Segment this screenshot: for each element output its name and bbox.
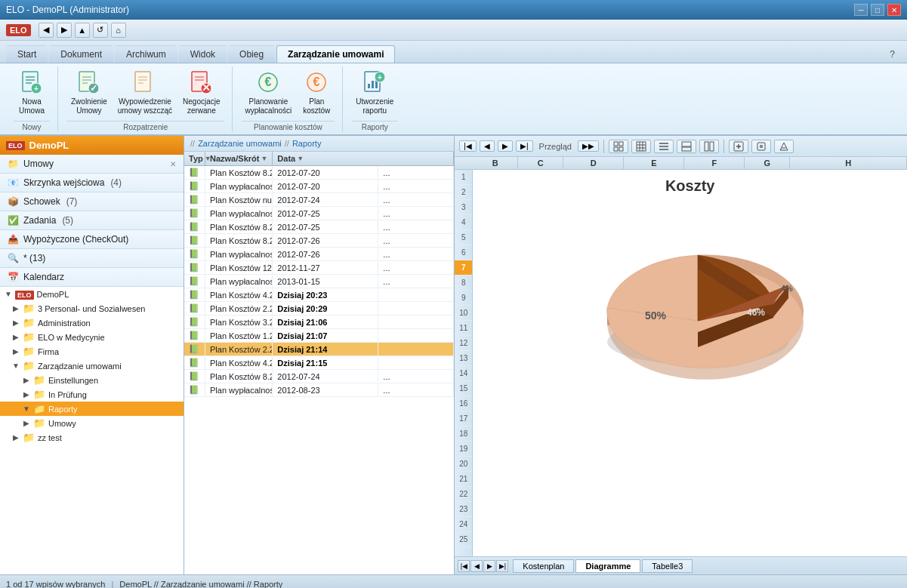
- row-11[interactable]: 11: [455, 321, 472, 336]
- row-5[interactable]: 5: [455, 230, 472, 245]
- row-16[interactable]: 16: [455, 396, 472, 411]
- row-23[interactable]: 23: [455, 502, 472, 517]
- view-btn1[interactable]: [609, 140, 628, 153]
- export-btn2[interactable]: [751, 140, 771, 153]
- table-row[interactable]: 📗 Plan Kosztów 4.2013 20130407... Dzisia…: [184, 288, 454, 302]
- col-D[interactable]: D: [563, 157, 624, 169]
- plan-kosztow-button[interactable]: € Plankosztów: [298, 66, 335, 118]
- wypowiedzenie-button[interactable]: Wypowiedzenieumowy wszcząć: [114, 66, 176, 118]
- tree-item-einstellungen[interactable]: ▶ 📁 Einstellungen: [0, 373, 184, 387]
- tree-item-in-prufung[interactable]: ▶ 📁 In Prüfung: [0, 387, 184, 402]
- col-data[interactable]: Data ▼: [273, 152, 454, 165]
- table-row[interactable]: 📗 Plan Kosztów 4.2013 20130407... Dzisia…: [184, 356, 454, 370]
- row-21[interactable]: 21: [455, 472, 472, 487]
- table-row[interactable]: 📗 Plan Kosztów 3.2013 20130407... Dzisia…: [184, 316, 454, 329]
- minimize-button[interactable]: ─: [854, 4, 868, 16]
- table-row[interactable]: 📗 Plan Kosztów 1.2013 20130407... Dzisia…: [184, 329, 454, 343]
- row-9[interactable]: 9: [455, 291, 472, 306]
- row-6[interactable]: 6: [455, 245, 472, 260]
- firma-expander[interactable]: ▶: [11, 347, 21, 356]
- col-B[interactable]: B: [473, 157, 518, 169]
- table-row[interactable]: 📗 Plan Kosztów 2.2013 20130407... Dzisia…: [184, 302, 454, 316]
- breadcrumb-raporty[interactable]: Raporty: [292, 139, 322, 148]
- zarzadzanie-expander[interactable]: ▼: [11, 362, 21, 370]
- tree-item-zarzadzanie[interactable]: ▼ 📁 Zarządzanie umowami: [0, 359, 184, 373]
- row-22[interactable]: 22: [455, 487, 472, 502]
- nav-next[interactable]: ▶: [498, 140, 513, 152]
- row-7[interactable]: 7: [455, 260, 472, 276]
- personal-expander[interactable]: ▶: [11, 304, 21, 312]
- tab-dokument[interactable]: Dokument: [49, 45, 113, 63]
- row-14[interactable]: 14: [455, 366, 472, 381]
- tab-zarzadzanie-umowami[interactable]: Zarządzanie umowami: [276, 45, 395, 63]
- forward-button[interactable]: ▶: [57, 23, 72, 38]
- tree-item-firma[interactable]: ▶ 📁 Firma: [0, 344, 184, 359]
- col-typ[interactable]: Typ ▼: [184, 152, 205, 165]
- col-E[interactable]: E: [624, 157, 684, 169]
- row-8[interactable]: 8: [455, 276, 472, 291]
- raporty-expander[interactable]: ▼: [21, 405, 32, 413]
- medycyna-expander[interactable]: ▶: [11, 333, 21, 341]
- tree-item-elo-medycyna[interactable]: ▶ 📁 ELO w Medycynie: [0, 330, 184, 344]
- table-row[interactable]: 📗 Plan Kosztów 8.2012 20120724... 2012-0…: [184, 370, 454, 383]
- table-row[interactable]: 📗 Plan wypłacalności 2012 20120... 2012-…: [184, 248, 454, 261]
- view-btn4[interactable]: [677, 140, 696, 153]
- tab-start[interactable]: Start: [6, 45, 48, 63]
- tab-obieg[interactable]: Obieg: [228, 45, 275, 63]
- refresh-button[interactable]: ↺: [93, 23, 108, 38]
- home-button[interactable]: ⌂: [111, 23, 126, 38]
- row-15[interactable]: 15: [455, 381, 472, 396]
- utworzenie-raportu-button[interactable]: + Utworzenieraportu: [352, 66, 397, 118]
- table-row[interactable]: 📗 Plan Kosztów 12.2012 20121112... 2012-…: [184, 261, 454, 275]
- col-G[interactable]: G: [745, 157, 790, 169]
- zwolnienie-umowy-button[interactable]: ✓ ZwolnienieUmowy: [67, 66, 111, 118]
- table-row[interactable]: 📗 Plan Kosztów null 20120724222... 2012-…: [184, 193, 454, 207]
- nav-last[interactable]: ▶|: [516, 140, 533, 152]
- tree-item-personal[interactable]: ▶ 📁 3 Personal- und Sozialwesen: [0, 301, 184, 316]
- tree-item-administration[interactable]: ▶ 📁 Administration: [0, 316, 184, 330]
- maximize-button[interactable]: □: [871, 4, 884, 16]
- tree-item-zztest[interactable]: ▶ 📁 zz test: [0, 430, 184, 445]
- sheet-next-arrow[interactable]: ▶: [483, 560, 495, 572]
- sidebar-item-skrzynka[interactable]: 📧 Skrzynka wejściowa (4): [0, 174, 184, 192]
- prufung-expander[interactable]: ▶: [21, 390, 32, 399]
- sheet-last-arrow[interactable]: ▶|: [496, 560, 508, 572]
- row-19[interactable]: 19: [455, 442, 472, 457]
- col-nazwa[interactable]: Nazwa/Skrót ▼: [205, 152, 273, 165]
- view-btn5[interactable]: [699, 140, 719, 153]
- sidebar-item-zadania[interactable]: ✅ Zadania (5): [0, 211, 184, 230]
- tree-item-umowy[interactable]: ▶ 📁 Umowy: [0, 416, 184, 430]
- nav-expand[interactable]: ▶▶: [578, 140, 599, 152]
- einstellungen-expander[interactable]: ▶: [21, 376, 32, 384]
- close-button[interactable]: ✕: [887, 4, 901, 16]
- negocjacje-button[interactable]: ✕ Negocjacjezerwane: [179, 66, 224, 118]
- sidebar-item-schowek[interactable]: 📦 Schowek (7): [0, 192, 184, 211]
- table-row[interactable]: 📗 Plan Kosztów 8.2012 20120725... 2012-0…: [184, 220, 454, 234]
- row-24[interactable]: 24: [455, 517, 472, 532]
- table-row[interactable]: 📗 Plan wypłacalności 9.2012 201... 2012-…: [184, 383, 454, 397]
- sheet-tab-diagramme[interactable]: Diagramme: [575, 559, 640, 573]
- umowy-close[interactable]: ✕: [170, 160, 176, 168]
- tree-item-raporty[interactable]: ▼ 📁 Raporty: [0, 402, 184, 416]
- nav-first[interactable]: |◀: [459, 140, 477, 152]
- row-18[interactable]: 18: [455, 426, 472, 442]
- table-row-selected[interactable]: 📗 Plan Kosztów 2.2013 20130407... Dzisia…: [184, 343, 454, 356]
- export-btn1[interactable]: [729, 140, 748, 153]
- table-row[interactable]: 📗 Plan wypłacalności 8.2012 201... 2012-…: [184, 180, 454, 193]
- planowanie-wyplacalnosci-button[interactable]: € Planowaniewypłacalności: [242, 66, 296, 118]
- tab-archiwum[interactable]: Archiwum: [115, 45, 177, 63]
- nowa-umowa-button[interactable]: + NowaUmowa: [14, 66, 50, 118]
- col-H[interactable]: H: [790, 157, 907, 169]
- row-1[interactable]: 1: [455, 170, 472, 185]
- view-btn2[interactable]: [631, 140, 651, 153]
- nav-prev[interactable]: ◀: [480, 140, 495, 152]
- view-btn3[interactable]: [654, 140, 674, 153]
- row-4[interactable]: 4: [455, 215, 472, 230]
- tree-umowy-expander[interactable]: ▶: [21, 419, 32, 427]
- sidebar-item-kalendarz[interactable]: 📅 Kalendarz: [0, 268, 184, 287]
- row-3[interactable]: 3: [455, 200, 472, 215]
- sheet-prev-arrow[interactable]: ◀: [470, 560, 483, 572]
- sheet-tab-tabelle3[interactable]: Tabelle3: [642, 559, 693, 573]
- col-C[interactable]: C: [518, 157, 563, 169]
- table-row[interactable]: 📗 Plan Kosztów 8.2012 20120720... 2012-0…: [184, 166, 454, 180]
